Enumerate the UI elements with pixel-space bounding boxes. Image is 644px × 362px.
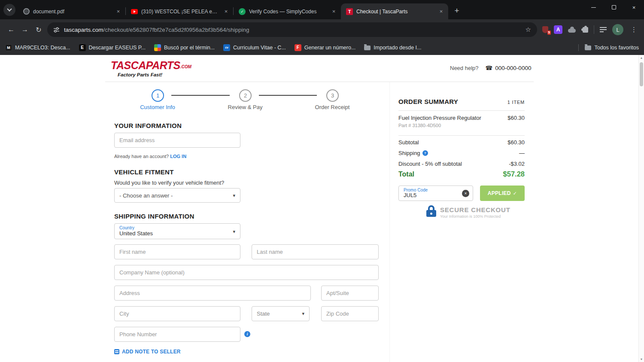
subtotal-row: Subtotal $60.30 [398,139,525,146]
state-select[interactable]: State ▾ [252,306,310,321]
discount-value: -$3.02 [509,161,525,167]
shipping-help-icon[interactable]: ? [422,150,428,156]
fitment-select-value: - Choose an answer - [119,192,173,199]
bookmark-favicon: cv [223,44,230,51]
tab-document-pdf[interactable]: document.pdf × [18,3,125,19]
item-count: 1 ITEM [507,100,525,105]
logo-com: .COM [180,64,191,69]
promo-code-value: JUL5 [404,192,416,198]
bookmark-item[interactable]: cv Curriculum Vitae - C... [223,44,286,51]
email-field[interactable] [114,133,240,148]
cloud-extension-icon[interactable] [568,29,576,33]
folder-icon [585,46,591,50]
login-link[interactable]: LOG IN [170,154,186,159]
tab-close-icon[interactable]: × [222,8,230,15]
country-select[interactable]: Country United States ▾ [114,223,240,239]
tab-checkout-active[interactable]: T Checkout | TascaParts × [341,3,448,19]
bookmark-item[interactable]: M MAR9CELO3: Desca... [5,44,70,51]
tab-youtube[interactable]: (310) WESTCOL ¡SE PELEA en M × [126,3,233,19]
back-button[interactable]: ← [4,23,18,36]
bookmark-item[interactable]: F Generar un número... [295,44,356,51]
new-tab-button[interactable]: + [451,5,463,17]
address-bar[interactable]: tascaparts.com/checkout/e562807fbf2e7ca5… [47,22,537,37]
close-window-button[interactable]: × [624,0,644,15]
first-name-field[interactable] [114,244,240,259]
promo-clear-icon[interactable]: × [462,190,469,197]
bookmarks-bar: M MAR9CELO3: Desca... E Descargar EASEUS… [0,40,644,55]
logo-tagline: Factory Parts Fast! [111,72,191,77]
url-text[interactable]: tascaparts.com/checkout/e562807fbf2e7ca5… [64,27,521,33]
tab-title: Checkout | TascaParts [356,9,434,15]
bookmark-item[interactable]: E Descargar EASEUS P... [79,44,146,51]
logo-text: TASCAPARTS [111,59,180,71]
bookmark-label: Generar un número... [304,45,356,51]
fitment-select[interactable]: - Choose an answer - ▾ [114,188,240,203]
chevron-down-icon: ▾ [233,193,235,198]
extensions-puzzle-icon[interactable] [583,27,588,33]
step-1-label: Customer Info [128,104,188,110]
scrollbar-thumb[interactable] [640,62,643,86]
bookmarks-divider [578,44,579,51]
url-path: /checkout/e562807fbf2e7ca5d2f0956a2bf3b5… [103,27,249,33]
header-divider [105,82,534,82]
a-extension-icon[interactable]: A [554,25,562,34]
last-name-field[interactable] [252,244,379,259]
secure-checkout-title: SECURE CHECKOUT [440,206,510,213]
profile-avatar[interactable]: L [612,24,623,35]
bookmark-favicon [154,44,161,51]
site-logo[interactable]: TASCAPARTS.COM Factory Parts Fast! [111,60,191,77]
bookmark-folder[interactable]: Importado desde I... [364,45,421,51]
bookmark-label: Curriculum Vitae - C... [233,45,286,51]
tascaparts-favicon: T [346,8,353,15]
checkout-page: TASCAPARTS.COM Factory Parts Fast! Need … [0,55,644,362]
all-bookmarks-folder[interactable]: Todos los favoritos [585,45,639,51]
bookmark-star-icon[interactable]: ☆ [526,26,531,33]
applied-label: APPLIED [488,190,511,196]
maximize-button[interactable] [604,0,624,15]
applied-button[interactable]: APPLIED ✓ [480,186,525,201]
phone-link[interactable]: ☎ 000-000-0000 [486,64,532,71]
adblock-extension-icon[interactable]: 5 [542,26,548,33]
city-field[interactable] [114,306,240,321]
add-note-link[interactable]: ADD NOTE TO SELLER [114,349,181,355]
zip-code-field[interactable] [321,306,379,321]
step-connector [259,95,317,96]
browser-menu-icon[interactable]: ⋮ [629,26,639,33]
scrollbar[interactable]: ▲ ▼ [638,55,644,362]
site-settings-icon[interactable] [53,27,60,33]
url-domain: tascaparts.com [64,27,103,33]
maximize-icon [612,5,616,9]
bookmark-item[interactable]: Buscó por el términ... [154,44,215,51]
minimize-button[interactable] [583,0,604,15]
tab-close-icon[interactable]: × [330,8,337,15]
step-1-circle: 1 [152,89,164,102]
company-field[interactable] [114,265,379,280]
media-controls-icon[interactable] [600,27,607,32]
tab-close-icon[interactable]: × [115,8,122,15]
section-vehicle-fitment: VEHICLE FITMENT [114,168,174,176]
fitment-question: Would you like to verify your vehicle fi… [114,179,224,186]
need-help-label: Need help? [450,65,479,71]
reload-button[interactable]: ↻ [32,23,46,36]
phone-field[interactable] [114,327,240,342]
simplycodes-favicon: ✓ [239,8,246,15]
forward-button[interactable]: → [18,23,32,36]
tab-simplycodes[interactable]: ✓ Verify Codes — SimplyCodes × [234,3,341,19]
apt-suite-field[interactable] [321,286,379,301]
note-icon [114,349,119,354]
scroll-up-arrow[interactable]: ▲ [639,56,644,59]
account-note: Already have an account?LOG IN [114,154,186,159]
bookmark-label: MAR9CELO3: Desca... [15,45,70,51]
item-part-number: Part # 31380-4D500 [398,123,441,128]
discount-label: Discount - 5% off subtotal [398,161,462,167]
address-field[interactable] [114,286,311,301]
minimize-icon [591,7,596,8]
phone-info-icon[interactable]: i [244,331,250,337]
shipping-label: Shipping [398,150,420,156]
promo-code-field[interactable]: Promo Code JUL5 × [398,186,473,201]
tab-close-icon[interactable]: × [437,8,445,15]
pdf-favicon [23,8,30,15]
secure-checkout-subtitle: Your Information is 100% Protected [440,214,510,219]
scroll-down-arrow[interactable]: ▼ [639,358,644,361]
tab-search-button[interactable] [3,4,15,16]
